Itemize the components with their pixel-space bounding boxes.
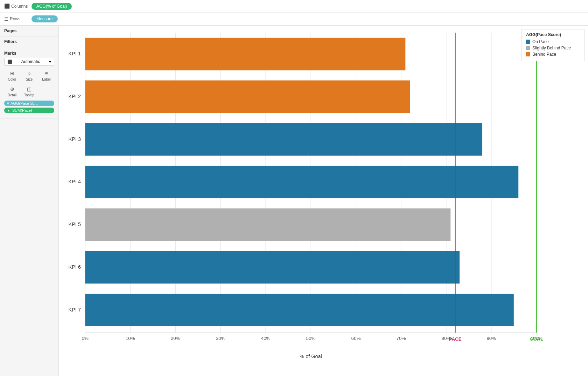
filters-title: Filters bbox=[4, 39, 54, 44]
pages-title: Pages bbox=[4, 28, 54, 33]
chart-svg: PACE GOAL 0% 10% 20% 30% 40% 50% 60% 70%… bbox=[59, 29, 584, 372]
kpi7-label: KPI 7 bbox=[69, 307, 81, 313]
label-label: Label bbox=[42, 77, 50, 81]
kpi4-label: KPI 4 bbox=[69, 179, 81, 184]
color-icon: ⊞ bbox=[9, 70, 16, 77]
bar-kpi3 bbox=[85, 123, 482, 156]
marks-detail[interactable]: ⊕ Detail bbox=[4, 84, 20, 98]
tick-70: 70% bbox=[397, 336, 406, 341]
legend-item-on-pace: On Pace bbox=[526, 39, 580, 44]
detail-icon: ⊕ bbox=[9, 86, 16, 93]
chevron-down-icon: ▾ bbox=[49, 59, 51, 64]
legend-item-behind-pace: Behind Pace bbox=[526, 52, 580, 57]
tick-90: 90% bbox=[486, 336, 496, 341]
filters-section: Filters bbox=[0, 36, 58, 47]
left-panel: Pages Filters Marks ⬛ Automatic ▾ ⊞ Colo… bbox=[0, 26, 59, 376]
bar-kpi2 bbox=[85, 80, 410, 113]
kpi6-label: KPI 6 bbox=[69, 264, 81, 270]
legend-label-on-pace: On Pace bbox=[532, 39, 549, 44]
color-label: Color bbox=[8, 77, 16, 81]
rows-row: ☰ Rows Measure bbox=[0, 13, 588, 25]
bar-kpi1 bbox=[85, 38, 405, 70]
tick-100: 100% bbox=[531, 336, 542, 341]
columns-label: ⬛ Columns bbox=[4, 4, 29, 9]
marks-section: Marks ⬛ Automatic ▾ ⊞ Color ○ Size ≡ Lab… bbox=[0, 47, 58, 118]
legend-label-behind-pace: Behind Pace bbox=[532, 52, 556, 57]
columns-row: ⬛ Columns AGG(% of Goal) bbox=[0, 0, 588, 13]
agg-pace-label: AGG(Pace Sc... bbox=[10, 101, 38, 105]
size-label: Size bbox=[26, 77, 33, 81]
tick-0: 0% bbox=[82, 336, 89, 341]
kpi3-label: KPI 3 bbox=[69, 136, 81, 142]
legend-swatch-orange bbox=[526, 52, 530, 56]
sum-pace-label: SUM(Pace) bbox=[12, 108, 32, 112]
marks-label[interactable]: ≡ Label bbox=[38, 68, 54, 83]
columns-icon: ⬛ bbox=[4, 4, 10, 9]
tick-20: 20% bbox=[171, 336, 180, 341]
size-icon: ○ bbox=[26, 70, 33, 77]
rows-icon: ☰ bbox=[4, 16, 8, 22]
tooltip-icon: ◫ bbox=[26, 86, 33, 93]
tick-50: 50% bbox=[306, 336, 316, 341]
tick-10: 10% bbox=[126, 336, 135, 341]
legend-item-slightly-behind: Slightly Behind Pace bbox=[526, 46, 580, 50]
chart-container: PACE GOAL 0% 10% 20% 30% 40% 50% 60% 70%… bbox=[59, 29, 584, 372]
chart-area: PACE GOAL 0% 10% 20% 30% 40% 50% 60% 70%… bbox=[59, 26, 588, 376]
toolbar: ⬛ Columns AGG(% of Goal) ☰ Rows Measure bbox=[0, 0, 588, 26]
marks-tooltip[interactable]: ◫ Tooltip bbox=[21, 84, 37, 98]
columns-pill[interactable]: AGG(% of Goal) bbox=[31, 3, 72, 10]
sum-pace-icon: ▲ bbox=[7, 109, 10, 112]
agg-pace-pill[interactable]: AGG(Pace Sc... bbox=[4, 101, 54, 106]
legend-swatch-gray bbox=[526, 46, 530, 50]
tick-40: 40% bbox=[261, 336, 271, 341]
legend-title: AGG(Pace Score) bbox=[526, 32, 580, 37]
legend: AGG(Pace Score) On Pace Slightly Behind … bbox=[522, 29, 584, 61]
pill-dot-1 bbox=[7, 102, 9, 104]
marks-dropdown-label: Automatic bbox=[21, 59, 40, 64]
legend-swatch-blue bbox=[526, 40, 530, 44]
marks-dropdown[interactable]: ⬛ Automatic ▾ bbox=[4, 58, 54, 66]
bar-kpi7 bbox=[85, 294, 513, 326]
bar-kpi4 bbox=[85, 166, 518, 198]
tick-80: 80% bbox=[441, 336, 451, 341]
tick-30: 30% bbox=[216, 336, 225, 341]
marks-size[interactable]: ○ Size bbox=[21, 68, 37, 83]
kpi1-label: KPI 1 bbox=[69, 51, 81, 56]
x-axis-title: % of Goal bbox=[300, 354, 322, 359]
bar-kpi5 bbox=[85, 208, 450, 241]
pages-section: Pages bbox=[0, 26, 58, 36]
sum-pace-pill[interactable]: ▲ SUM(Pace) bbox=[4, 108, 54, 113]
tick-60: 60% bbox=[351, 336, 361, 341]
marks-dropdown-icon: ⬛ bbox=[7, 60, 12, 64]
kpi5-label: KPI 5 bbox=[69, 221, 81, 227]
marks-color[interactable]: ⊞ Color bbox=[4, 68, 20, 83]
rows-pill[interactable]: Measure bbox=[31, 15, 58, 22]
rows-label: ☰ Rows bbox=[4, 16, 29, 22]
marks-title: Marks bbox=[4, 51, 54, 56]
main-layout: Pages Filters Marks ⬛ Automatic ▾ ⊞ Colo… bbox=[0, 26, 588, 376]
label-icon: ≡ bbox=[43, 70, 50, 77]
kpi2-label: KPI 2 bbox=[69, 94, 81, 99]
detail-label: Detail bbox=[8, 93, 17, 97]
legend-label-slightly-behind: Slightly Behind Pace bbox=[532, 46, 571, 50]
tooltip-label: Tooltip bbox=[24, 93, 34, 97]
marks-grid: ⊞ Color ○ Size ≡ Label ⊕ Detail ◫ Tool bbox=[4, 68, 54, 98]
bar-kpi6 bbox=[85, 251, 460, 283]
